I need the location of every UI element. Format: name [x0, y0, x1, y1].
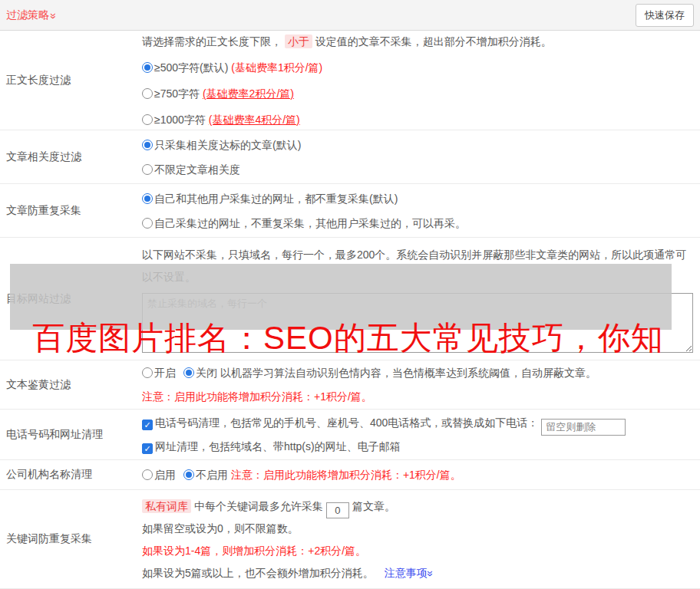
watermark-text: 百度图片排名：SEO的五大常见技巧，你知	[32, 317, 664, 360]
quick-save-button[interactable]: 快速保存	[636, 4, 694, 27]
row-content: ✓电话号码清理，包括常见的手机号、座机号、400电话格式，或替换成如下电话： ✓…	[142, 410, 700, 459]
max-articles-input[interactable]	[326, 502, 349, 518]
length-option-500[interactable]: ≥500字符(默认) (基础费率1积分/篇)	[142, 60, 700, 75]
radio-icon[interactable]	[183, 367, 194, 378]
radio-icon[interactable]	[183, 469, 194, 480]
keyword-note-five: 如果设为5篇或以上，也不会额外增加积分消耗。 注意事项»	[142, 565, 700, 581]
radio-icon[interactable]	[142, 218, 153, 229]
row-content: 自己和其他用户采集过的网址，都不重复采集(默认) 自己采集过的网址，不重复采集，…	[142, 184, 700, 237]
relevance-option-strict[interactable]: 只采集相关度达标的文章(默认)	[142, 137, 700, 153]
dedup-option-self[interactable]: 自己采集过的网址，不重复采集，其他用户采集过的，可以再采。	[142, 216, 700, 231]
row-relevance-filter: 文章相关度过滤 只采集相关度达标的文章(默认) 不限定文章相关度	[0, 130, 700, 184]
dedup-option-global[interactable]: 自己和其他用户采集过的网址，都不重复采集(默认)	[142, 191, 700, 206]
length-option-1000[interactable]: ≥1000字符 (基础费率4积分/篇)	[142, 112, 700, 127]
radio-icon[interactable]	[142, 469, 153, 480]
row-porn-filter: 文本鉴黄过滤 开启关闭 以机器学习算法自动识别色情内容，当色情概率达到系统阈值，…	[0, 360, 700, 410]
topbar: 过滤策略 » 快速保存	[0, 0, 700, 31]
keyword-limit-line: 私有词库 中每个关键词最多允许采集篇文章。	[142, 499, 700, 514]
fee-note: (基础费率4积分/篇)	[209, 114, 300, 126]
length-filter-intro: 请选择需求的正文长度下限， 小于 设定值的文章不采集，超出部分不增加积分消耗。	[142, 34, 700, 49]
length-option-750[interactable]: ≥750字符 (基础费率2积分/篇)	[142, 86, 700, 101]
checkbox-icon[interactable]: ✓	[142, 420, 153, 430]
row-content: 私有词库 中每个关键词最多允许采集篇文章。 如果留空或设为0，则不限篇数。 如果…	[142, 490, 700, 588]
fee-note: (基础费率1积分/篇)	[231, 61, 322, 74]
row-company-clean: 公司机构名称清理 启用不启用 注意：启用此功能将增加积分消耗：+1积分/篇。	[0, 460, 700, 490]
phone-clean-option: ✓电话号码清理，包括常见的手机号、座机号、400电话格式，或替换成如下电话：	[142, 415, 700, 430]
row-keyword-dedup: 关键词防重复采集 私有词库 中每个关键词最多允许采集篇文章。 如果留空或设为0，…	[0, 490, 700, 589]
url-clean-option: ✓网址清理，包括纯域名、带http(s)的网址、电子邮箱	[142, 439, 700, 454]
porn-filter-note: 注意：启用此功能将增加积分消耗：+1积分/篇。	[142, 389, 700, 404]
keyword-note-zero: 如果留空或设为0，则不限篇数。	[142, 521, 700, 536]
porn-filter-options: 开启关闭 以机器学习算法自动识别色情内容，当色情概率达到系统阈值，自动屏蔽文章。	[142, 365, 700, 380]
filter-settings-page: 过滤策略 » 快速保存 正文长度过滤 请选择需求的正文长度下限， 小于 设定值的…	[0, 0, 700, 589]
radio-icon[interactable]	[142, 367, 153, 378]
row-label: 文章相关度过滤	[0, 130, 142, 183]
private-lexicon-tag: 私有词库	[142, 499, 191, 513]
less-than-tag: 小于	[285, 35, 312, 48]
row-content: 请选择需求的正文长度下限， 小于 设定值的文章不采集，超出部分不增加积分消耗。 …	[142, 31, 700, 130]
row-content: 只采集相关度达标的文章(默认) 不限定文章相关度	[142, 130, 700, 183]
chevron-down-icon[interactable]: »	[48, 13, 59, 19]
company-clean-options: 启用不启用 注意：启用此功能将增加积分消耗：+1积分/篇。	[142, 467, 700, 482]
row-label: 电话号码和网址清理	[0, 410, 142, 459]
row-label: 正文长度过滤	[0, 31, 142, 130]
row-length-filter: 正文长度过滤 请选择需求的正文长度下限， 小于 设定值的文章不采集，超出部分不增…	[0, 31, 700, 130]
radio-icon[interactable]	[142, 164, 153, 175]
radio-icon[interactable]	[142, 140, 153, 150]
checkbox-icon[interactable]: ✓	[142, 443, 153, 454]
row-label: 关键词防重复采集	[0, 490, 142, 588]
radio-icon[interactable]	[142, 88, 153, 99]
notice-link[interactable]: 注意事项»	[385, 567, 434, 579]
row-content: 开启关闭 以机器学习算法自动识别色情内容，当色情概率达到系统阈值，自动屏蔽文章。…	[142, 360, 700, 409]
company-clean-note: 注意：启用此功能将增加积分消耗：+1积分/篇。	[231, 469, 461, 481]
radio-icon[interactable]	[142, 193, 153, 204]
page-title: 过滤策略	[6, 8, 49, 22]
relevance-option-any[interactable]: 不限定文章相关度	[142, 162, 700, 177]
keyword-note-fee: 如果设为1-4篇，则增加积分消耗：+2积分/篇。	[142, 543, 700, 558]
chevron-down-icon: »	[425, 571, 436, 577]
radio-icon[interactable]	[142, 114, 153, 125]
row-label: 文章防重复采集	[0, 184, 142, 237]
row-content: 启用不启用 注意：启用此功能将增加积分消耗：+1积分/篇。	[142, 460, 700, 489]
row-label: 文本鉴黄过滤	[0, 360, 142, 409]
row-label: 公司机构名称清理	[0, 460, 142, 489]
radio-icon[interactable]	[142, 62, 153, 73]
replacement-phone-input[interactable]	[541, 419, 626, 436]
fee-note: (基础费率2积分/篇)	[203, 87, 294, 100]
porn-filter-description: 以机器学习算法自动识别色情内容，当色情概率达到系统阈值，自动屏蔽文章。	[220, 367, 596, 379]
row-dedup-filter: 文章防重复采集 自己和其他用户采集过的网址，都不重复采集(默认) 自己采集过的网…	[0, 184, 700, 238]
row-phone-url-clean: 电话号码和网址清理 ✓电话号码清理，包括常见的手机号、座机号、400电话格式，或…	[0, 410, 700, 460]
